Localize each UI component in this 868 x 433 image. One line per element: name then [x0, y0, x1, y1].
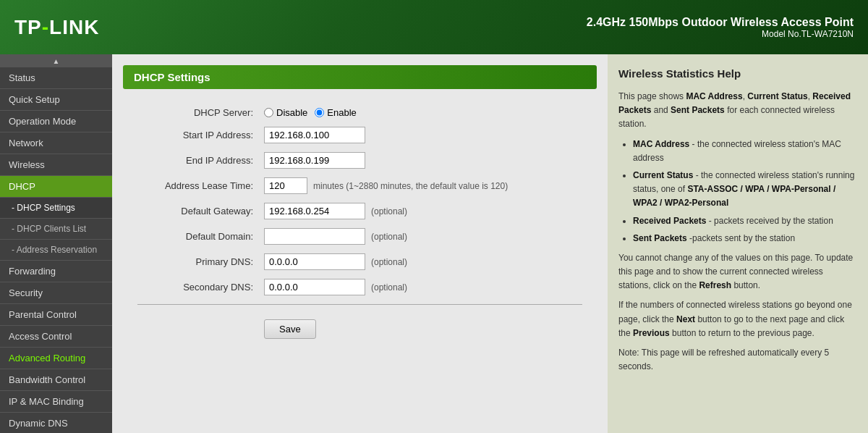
sidebar-item-ip-mac-binding[interactable]: IP & MAC Binding [0, 391, 112, 413]
help-note: Note: This page will be refreshed automa… [618, 346, 857, 374]
sidebar-item-forwarding[interactable]: Forwarding [0, 261, 112, 282]
dhcp-disable-text: Disable [276, 107, 307, 118]
end-ip-input[interactable] [264, 152, 365, 169]
dhcp-enable-radio[interactable] [315, 108, 324, 117]
help-bullet-received: Received Packets - packets received by t… [633, 214, 857, 228]
content-area: DHCP Settings DHCP Server: Disable Enabl… [112, 54, 868, 433]
help-intro: This page shows MAC Address, Current Sta… [618, 90, 857, 132]
help-bullet-status: Current Status - the connected wireless … [633, 169, 857, 211]
sidebar-item-access-control[interactable]: Access Control [0, 326, 112, 348]
sidebar-item-wireless[interactable]: Wireless [0, 154, 112, 176]
form-divider [137, 304, 582, 305]
sidebar-item-security[interactable]: Security [0, 282, 112, 304]
primary-dns-row: Primary DNS: (optional) [137, 253, 582, 270]
header-title: 2.4GHz 150Mbps Outdoor Wireless Access P… [587, 16, 854, 29]
gateway-hint: (optional) [371, 206, 407, 216]
lease-time-input[interactable] [264, 177, 307, 194]
page-title-bar: DHCP Settings [123, 65, 597, 89]
primary-dns-label: Primary DNS: [137, 256, 264, 267]
dhcp-server-label: DHCP Server: [137, 107, 264, 118]
sidebar-item-status[interactable]: Status [0, 67, 112, 89]
domain-label: Default Domain: [137, 231, 264, 242]
form-container: DHCP Server: Disable Enable St [123, 100, 597, 346]
lease-time-row: Address Lease Time: minutes (1~2880 minu… [137, 177, 582, 194]
gateway-label: Default Gateway: [137, 206, 264, 216]
sidebar-item-address-reservation[interactable]: - Address Reservation [0, 240, 112, 261]
sidebar-item-parental-control[interactable]: Parental Control [0, 304, 112, 326]
help-title: Wireless Statistics Help [618, 65, 857, 83]
main-layout: ▲ Status Quick Setup Operation Mode Netw… [0, 54, 868, 433]
dhcp-enable-label[interactable]: Enable [315, 107, 356, 118]
gateway-input[interactable] [264, 203, 365, 219]
sidebar-item-bandwidth-control[interactable]: Bandwidth Control [0, 369, 112, 391]
start-ip-input[interactable] [264, 127, 365, 143]
sidebar-item-dhcp-clients[interactable]: - DHCP Clients List [0, 219, 112, 240]
sidebar-item-dynamic-dns[interactable]: Dynamic DNS [0, 413, 112, 433]
help-bullet-mac: MAC Address - the connected wireless sta… [633, 138, 857, 165]
gateway-row: Default Gateway: (optional) [137, 203, 582, 219]
dhcp-enable-text: Enable [327, 107, 356, 118]
primary-dns-hint: (optional) [371, 257, 407, 267]
sidebar-item-dhcp-settings[interactable]: - DHCP Settings [0, 198, 112, 219]
main-content: DHCP Settings DHCP Server: Disable Enabl… [112, 54, 608, 433]
logo: TP-LINK [14, 16, 99, 39]
secondary-dns-label: Secondary DNS: [137, 282, 264, 293]
help-bullet-list: MAC Address - the connected wireless sta… [633, 138, 857, 245]
header-right: 2.4GHz 150Mbps Outdoor Wireless Access P… [587, 16, 854, 39]
domain-row: Default Domain: (optional) [137, 228, 582, 245]
header-model: Model No.TL-WA7210N [587, 29, 854, 39]
dhcp-disable-radio[interactable] [264, 108, 273, 117]
dhcp-disable-label[interactable]: Disable [264, 107, 307, 118]
sidebar-item-network[interactable]: Network [0, 133, 112, 154]
sidebar: ▲ Status Quick Setup Operation Mode Netw… [0, 54, 112, 433]
sidebar-item-dhcp[interactable]: DHCP [0, 176, 112, 198]
lease-time-label: Address Lease Time: [137, 180, 264, 191]
start-ip-label: Start IP Address: [137, 130, 264, 140]
help-panel: Wireless Statistics Help This page shows… [608, 54, 868, 433]
lease-time-hint: minutes (1~2880 minutes, the default val… [313, 181, 508, 191]
primary-dns-input[interactable] [264, 253, 365, 270]
help-para1: You cannot change any of the values on t… [618, 251, 857, 293]
sidebar-item-quick-setup[interactable]: Quick Setup [0, 89, 112, 111]
help-bullet-sent: Sent Packets -packets sent by the statio… [633, 232, 857, 245]
start-ip-row: Start IP Address: [137, 127, 582, 143]
dhcp-server-radio-group: Disable Enable [264, 107, 357, 118]
end-ip-row: End IP Address: [137, 152, 582, 169]
domain-hint: (optional) [371, 232, 407, 242]
save-button[interactable]: Save [264, 319, 316, 339]
help-para2: If the numbers of connected wireless sta… [618, 298, 857, 340]
secondary-dns-input[interactable] [264, 279, 365, 295]
sidebar-item-operation-mode[interactable]: Operation Mode [0, 111, 112, 133]
end-ip-label: End IP Address: [137, 155, 264, 166]
dhcp-server-row: DHCP Server: Disable Enable [137, 107, 582, 118]
domain-input[interactable] [264, 228, 365, 245]
header: TP-LINK 2.4GHz 150Mbps Outdoor Wireless … [0, 0, 868, 54]
secondary-dns-hint: (optional) [371, 282, 407, 293]
sidebar-item-advanced-routing[interactable]: Advanced Routing [0, 348, 112, 369]
secondary-dns-row: Secondary DNS: (optional) [137, 279, 582, 295]
sidebar-scroll-up[interactable]: ▲ [0, 54, 112, 67]
